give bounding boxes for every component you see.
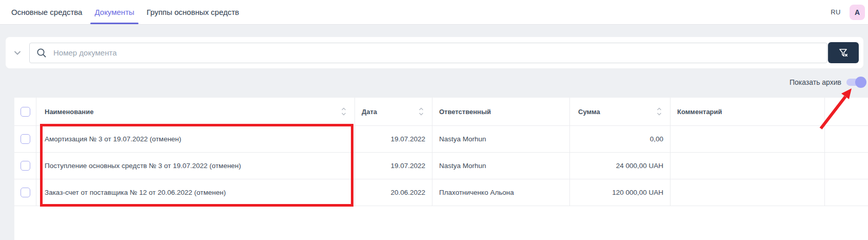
cell-responsible: Nastya Morhun [432,126,570,153]
column-label: Комментарий [677,108,722,116]
avatar[interactable]: A [850,5,865,20]
row-checkbox-cell [14,126,36,153]
column-header-date[interactable]: Дата [355,98,432,126]
column-header-comment[interactable]: Комментарий [670,98,825,126]
documents-table: Наименование Дата Ответственный Сумма Ко… [14,98,868,240]
cell-document-name[interactable]: Амортизация № 3 от 19.07.2022 (отменен) [36,126,355,153]
search-field [29,43,827,63]
cell-actions [825,179,868,206]
cell-comment [670,179,825,206]
show-archive-control: Показать архив [790,76,865,88]
cell-date: 20.06.2022 [355,179,432,206]
tab-fixed-assets[interactable]: Основные средства [5,0,88,25]
cell-responsible: Nastya Morhun [432,153,570,179]
cell-amount: 24 000,00 UAH [570,153,670,179]
chevron-down-icon [12,48,23,58]
column-header-name[interactable]: Наименование [36,98,355,126]
cell-amount: 120 000,00 UAH [570,179,670,206]
sort-icon[interactable] [418,106,424,117]
toggle-knob[interactable] [855,77,866,88]
column-label: Ответственный [439,108,491,116]
funnel-x-icon [838,47,849,59]
cell-actions [825,126,868,153]
row-checkbox[interactable] [21,134,30,144]
column-header-amount[interactable]: Сумма [570,98,670,126]
column-header-actions [825,98,868,126]
cell-actions [825,153,868,179]
cell-amount: 0,00 [570,126,670,153]
cell-date: 19.07.2022 [355,153,432,179]
column-label: Наименование [45,108,93,116]
top-bar: Основные средства Документы Группы основ… [0,0,868,25]
show-archive-toggle[interactable] [846,79,865,86]
cell-comment [670,153,825,179]
cell-comment [670,126,825,153]
tab-bar: Основные средства Документы Группы основ… [5,0,245,25]
column-label: Сумма [578,108,600,116]
clear-filter-button[interactable] [828,42,859,63]
sort-icon[interactable] [341,106,347,117]
select-all-checkbox[interactable] [21,107,30,117]
show-archive-label: Показать архив [790,78,841,86]
cell-document-name[interactable]: Заказ-счет от поставщика № 12 от 20.06.2… [36,179,355,206]
tab-documents[interactable]: Документы [88,0,140,25]
collapse-filter-button[interactable] [6,37,29,68]
cell-date: 19.07.2022 [355,126,432,153]
column-header-responsible[interactable]: Ответственный [432,98,570,126]
documents-page: { "tabs": [ { "label": "Основные средств… [0,0,868,240]
row-checkbox-cell [14,179,36,206]
row-checkbox-cell [14,153,36,179]
cell-responsible: Плахотниченко Альона [432,179,570,206]
cell-document-name[interactable]: Поступление основных средств № 3 от 19.0… [36,153,355,179]
column-label: Дата [362,108,377,116]
language-selector[interactable]: RU [831,8,841,16]
row-checkbox[interactable] [21,188,30,197]
sort-icon[interactable] [656,106,662,117]
header-checkbox-cell [14,98,36,126]
filter-panel [6,37,863,68]
tab-asset-groups[interactable]: Группы основных средств [141,0,245,25]
topbar-right: RU A [831,5,866,20]
search-input[interactable] [29,43,827,63]
search-icon [36,47,47,59]
row-checkbox[interactable] [21,161,30,171]
